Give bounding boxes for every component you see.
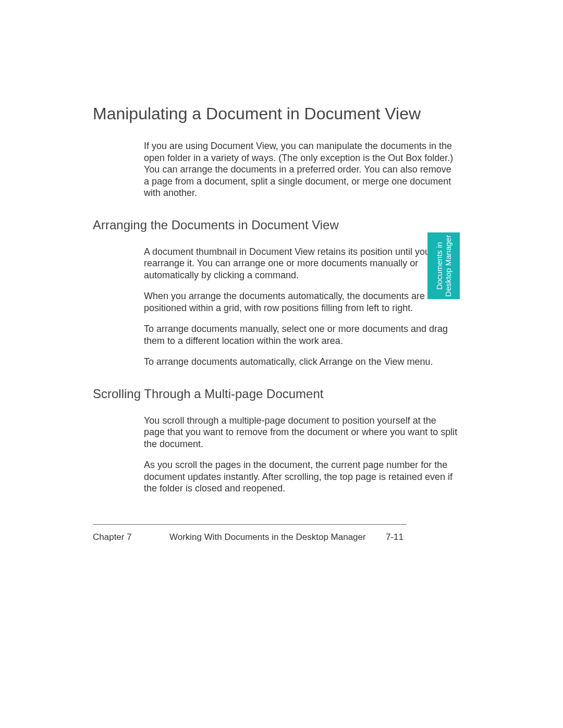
paragraph: To arrange documents automatically, clic… [144,356,459,368]
section-heading-scrolling: Scrolling Through a Multi-page Document [93,387,469,401]
section-body-arranging: A document thumbnail in Document View re… [144,246,459,368]
tab-line1: Documents in [435,242,444,290]
page-footer: Chapter 7 Working With Documents in the … [93,524,407,542]
footer-row: Chapter 7 Working With Documents in the … [93,532,407,542]
paragraph: When you arrange the documents automatic… [144,290,459,314]
paragraph: A document thumbnail in Document View re… [144,246,459,281]
intro-paragraph: If you are using Document View, you can … [144,140,459,199]
section-body-scrolling: You scroll through a multiple-page docum… [144,415,459,495]
paragraph: You scroll through a multiple-page docum… [144,415,459,450]
footer-title: Working With Documents in the Desktop Ma… [132,532,403,542]
section-heading-arranging: Arranging the Documents in Document View [93,218,469,232]
page-title: Manipulating a Document in Document View [93,104,469,124]
side-tab-label: Documents in Desktop Manager [435,235,453,297]
side-tab: Documents in Desktop Manager [427,232,460,299]
document-page: Manipulating a Document in Document View… [0,0,563,728]
tab-line2: Desktop Manager [444,235,452,297]
paragraph: To arrange documents manually, select on… [144,323,459,347]
footer-chapter: Chapter 7 [93,532,132,542]
paragraph: As you scroll the pages in the document,… [144,459,459,495]
footer-divider [93,524,407,525]
footer-page-number: 7-11 [386,532,403,542]
